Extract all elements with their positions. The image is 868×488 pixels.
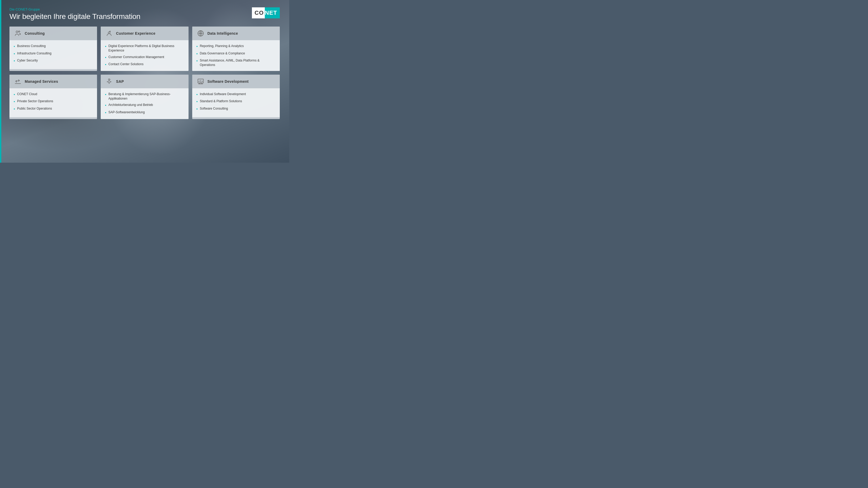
card-consulting-body: ▪Business Consulting ▪Infrastructure Con… <box>9 40 97 69</box>
list-item: ▪Infrastructure Consulting <box>14 51 93 57</box>
card-consulting: Consulting ▪Business Consulting ▪Infrast… <box>9 27 97 71</box>
card-di-header: Data Intelligence <box>192 27 280 40</box>
header: Die CONET-Gruppe Wir begleiten Ihre digi… <box>9 7 280 21</box>
bullet-icon: ▪ <box>105 44 106 49</box>
slide-container: Die CONET-Gruppe Wir begleiten Ihre digi… <box>0 0 289 163</box>
card-cx-body: ▪Digital Experience Platforms & Digital … <box>101 40 188 71</box>
data-intelligence-icon <box>196 29 205 38</box>
card-sd-title: Software Development <box>208 79 249 84</box>
card-sd-list: ▪Individual Software Development ▪Standa… <box>196 92 276 112</box>
card-sd-body: ▪Individual Software Development ▪Standa… <box>192 88 280 117</box>
subtitle: Die CONET-Gruppe <box>9 7 141 11</box>
bullet-icon: ▪ <box>14 51 15 57</box>
bullet-icon: ▪ <box>14 44 15 49</box>
list-item: ▪Private Sector Operations <box>14 99 93 104</box>
bullet-icon: ▪ <box>105 62 106 67</box>
list-item: ▪Public Sector Operations <box>14 106 93 112</box>
card-consulting-list: ▪Business Consulting ▪Infrastructure Con… <box>14 44 93 64</box>
bullet-icon: ▪ <box>105 110 106 116</box>
logo: CONET <box>252 7 280 19</box>
list-item: ▪Data Governance & Compliance <box>196 51 276 57</box>
bullet-icon: ▪ <box>196 58 198 64</box>
card-sap-list: ▪Beratung & Implementierung SAP-Business… <box>105 92 184 116</box>
managed-services-icon <box>14 77 22 86</box>
card-ms-title: Managed Services <box>25 79 58 84</box>
bullet-icon: ▪ <box>14 92 15 97</box>
cards-grid: Consulting ▪Business Consulting ▪Infrast… <box>9 27 280 119</box>
list-item: ▪Business Consulting <box>14 44 93 49</box>
logo-co: CO <box>252 7 265 19</box>
bullet-icon: ▪ <box>105 55 106 60</box>
card-sap-header: SAP <box>101 75 188 88</box>
card-software-development: Software Development ▪Individual Softwar… <box>192 75 280 119</box>
software-development-icon <box>196 77 205 86</box>
customer-experience-icon <box>105 29 113 38</box>
card-ms-body: ▪CONET Cloud ▪Private Sector Operations … <box>9 88 97 117</box>
list-item: ▪Smart Assistance, AI/ML, Data Platforms… <box>196 58 276 67</box>
card-sap: SAP ▪Beratung & Implementierung SAP-Busi… <box>101 75 188 119</box>
card-cx-header: Customer Experience <box>101 27 188 40</box>
list-item: ▪Reporting, Planning & Analytics <box>196 44 276 49</box>
card-di-title: Data Intelligence <box>208 31 238 35</box>
card-sap-body: ▪Beratung & Implementierung SAP-Business… <box>101 88 188 119</box>
card-managed-services: Managed Services ▪CONET Cloud ▪Private S… <box>9 75 97 119</box>
card-customer-experience: Customer Experience ▪Digital Experience … <box>101 27 188 71</box>
bullet-icon: ▪ <box>105 92 106 97</box>
list-item: ▪Beratung & Implementierung SAP-Business… <box>105 92 184 101</box>
list-item: ▪Digital Experience Platforms & Digital … <box>105 44 184 53</box>
card-ms-header: Managed Services <box>9 75 97 88</box>
header-title-block: Die CONET-Gruppe Wir begleiten Ihre digi… <box>9 7 141 21</box>
card-sap-title: SAP <box>116 79 124 84</box>
bullet-icon: ▪ <box>196 44 198 49</box>
list-item: ▪SAP-Softwareentwicklung <box>105 110 184 116</box>
bullet-icon: ▪ <box>14 58 15 64</box>
list-item: ▪Individual Software Development <box>196 92 276 97</box>
card-data-intelligence: Data Intelligence ▪Reporting, Planning &… <box>192 27 280 71</box>
bullet-icon: ▪ <box>105 103 106 108</box>
consulting-icon <box>14 29 22 38</box>
bullet-icon: ▪ <box>14 106 15 112</box>
card-consulting-header: Consulting <box>9 27 97 40</box>
list-item: ▪Standard & Platform Solutions <box>196 99 276 104</box>
logo-net: NET <box>265 7 280 19</box>
card-consulting-title: Consulting <box>25 31 45 35</box>
bullet-icon: ▪ <box>196 51 198 57</box>
card-cx-list: ▪Digital Experience Platforms & Digital … <box>105 44 184 67</box>
bullet-icon: ▪ <box>14 99 15 104</box>
list-item: ▪Architekturberatung und Betrieb <box>105 103 184 108</box>
list-item: ▪Software Consulting <box>196 106 276 112</box>
main-title: Wir begleiten Ihre digitale Transformati… <box>9 12 141 21</box>
card-cx-title: Customer Experience <box>116 31 155 35</box>
svg-point-1 <box>108 32 110 34</box>
bullet-icon: ▪ <box>196 106 198 112</box>
list-item: ▪CONET Cloud <box>14 92 93 97</box>
bullet-icon: ▪ <box>196 99 198 104</box>
card-di-list: ▪Reporting, Planning & Analytics ▪Data G… <box>196 44 276 67</box>
list-item: ▪Contact Center Solutions <box>105 62 184 67</box>
list-item: ▪Customer Communication Management <box>105 55 184 60</box>
card-di-body: ▪Reporting, Planning & Analytics ▪Data G… <box>192 40 280 71</box>
bullet-icon: ▪ <box>196 92 198 97</box>
card-ms-list: ▪CONET Cloud ▪Private Sector Operations … <box>14 92 93 112</box>
list-item: ▪Cyber Security <box>14 58 93 64</box>
svg-point-4 <box>108 81 110 83</box>
sap-icon <box>105 77 113 86</box>
svg-point-0 <box>16 31 18 33</box>
card-sd-header: Software Development <box>192 75 280 88</box>
